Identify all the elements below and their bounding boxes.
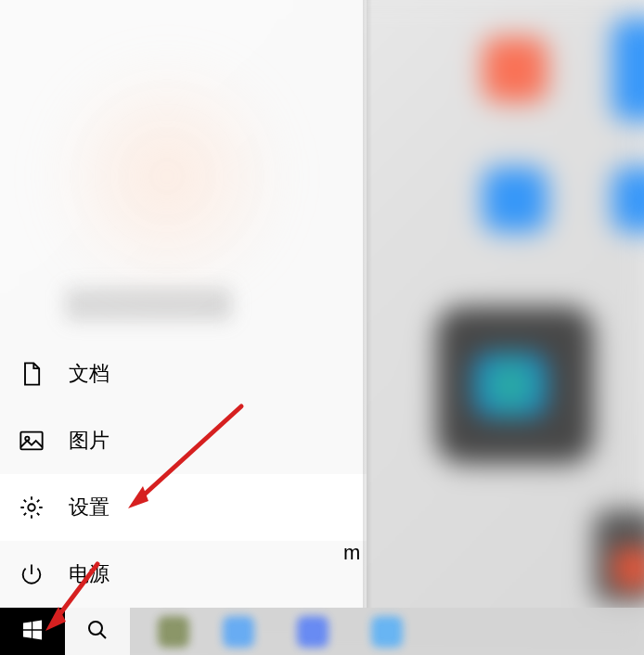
power-menu-item[interactable]: 电源	[0, 541, 367, 608]
power-icon	[19, 561, 45, 587]
svg-rect-0	[20, 432, 42, 450]
taskbar-app-icon[interactable]	[371, 616, 403, 648]
taskbar-pinned-area	[130, 608, 644, 655]
documents-menu-item[interactable]: 文档	[0, 340, 367, 407]
pictures-icon	[19, 428, 45, 454]
start-button[interactable]	[0, 608, 65, 655]
desktop-app-icon	[483, 37, 547, 102]
settings-menu-item[interactable]: 设置	[0, 474, 367, 541]
pictures-menu-item[interactable]: 图片	[0, 407, 367, 474]
windows-logo-icon	[21, 619, 44, 645]
pictures-label: 图片	[69, 427, 109, 455]
start-menu-left-list: 文档 图片 设置 电源	[0, 340, 367, 608]
search-icon	[86, 619, 109, 645]
power-label: 电源	[69, 560, 109, 588]
desktop-app-icon	[473, 353, 547, 417]
desktop-app-icon	[483, 167, 547, 232]
svg-point-3	[89, 622, 102, 635]
desktop-app-icon	[612, 547, 644, 589]
stray-character: m	[343, 541, 360, 565]
taskbar	[0, 608, 644, 655]
svg-point-2	[28, 504, 34, 510]
taskbar-app-icon[interactable]	[223, 616, 254, 648]
taskbar-app-icon[interactable]	[297, 616, 328, 648]
panel-blur	[46, 56, 288, 297]
document-icon	[19, 361, 45, 387]
taskbar-app-icon[interactable]	[158, 616, 189, 648]
documents-label: 文档	[69, 360, 109, 388]
gear-icon	[19, 494, 45, 520]
desktop-app-icon	[612, 167, 644, 232]
settings-label: 设置	[69, 494, 109, 521]
panel-blur-text	[65, 288, 232, 321]
taskbar-search-button[interactable]	[65, 608, 130, 655]
start-menu-panel: 文档 图片 设置 电源	[0, 0, 367, 608]
desktop-app-icon	[612, 19, 644, 121]
